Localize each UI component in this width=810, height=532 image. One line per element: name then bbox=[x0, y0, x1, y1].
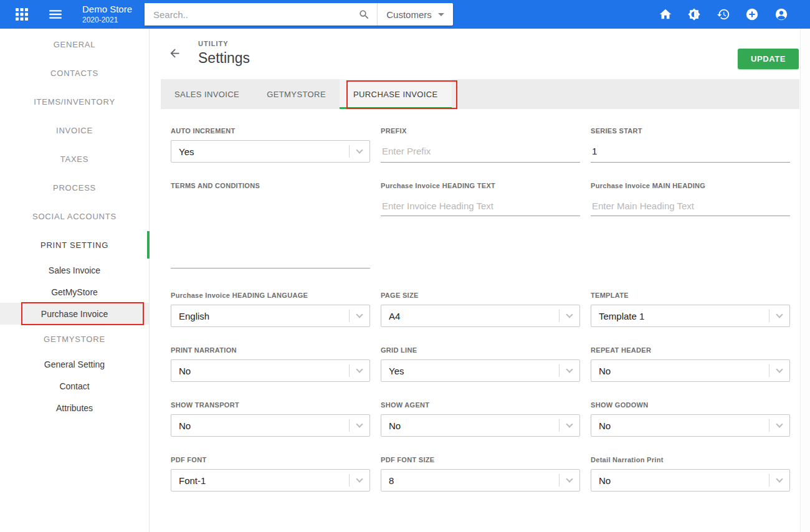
tab-getmystore[interactable]: GETMYSTORE bbox=[253, 79, 340, 109]
sidebar-item-getmystore[interactable]: GetMyStore bbox=[0, 281, 149, 303]
show-agent-select[interactable]: No bbox=[381, 414, 580, 437]
sidebar-item-attributes[interactable]: Attributes bbox=[0, 397, 149, 419]
sidebar-item-invoice[interactable]: INVOICE bbox=[0, 116, 149, 145]
top-app-bar: Demo Store 2020-2021 Customers bbox=[0, 0, 810, 29]
settings-tabbar: SALES INVOICE GETMYSTORE PURCHASE INVOIC… bbox=[161, 79, 799, 109]
home-icon[interactable] bbox=[659, 7, 672, 21]
field-label: PREFIX bbox=[381, 127, 580, 135]
add-circle-icon[interactable] bbox=[745, 7, 759, 21]
tab-label: GETMYSTORE bbox=[267, 90, 326, 99]
repeat-header-select[interactable]: No bbox=[591, 359, 790, 382]
search-icon[interactable] bbox=[351, 3, 377, 26]
chevron-down-icon bbox=[769, 415, 789, 436]
chevron-down-icon bbox=[349, 305, 369, 326]
store-period: 2020-2021 bbox=[82, 16, 132, 26]
scrollbar-gutter[interactable] bbox=[800, 29, 810, 532]
active-section-indicator bbox=[147, 231, 150, 259]
field-pdf-font-size: PDF FONT SIZE 8 bbox=[381, 456, 580, 492]
select-value: A4 bbox=[381, 311, 559, 321]
sidebar-item-social-accounts[interactable]: SOCIAL ACCOUNTS bbox=[0, 202, 149, 230]
store-name: Demo Store bbox=[82, 3, 132, 16]
field-label: Purchase Invoice MAIN HEADING bbox=[591, 182, 790, 190]
select-value: Yes bbox=[381, 366, 559, 376]
sidebar-item-taxes[interactable]: TAXES bbox=[0, 145, 149, 173]
sidebar-item-print-setting[interactable]: PRINT SETTING bbox=[0, 230, 149, 259]
field-label: SERIES START bbox=[591, 127, 790, 135]
customers-dropdown[interactable]: Customers bbox=[377, 3, 453, 26]
menu-hamburger-icon[interactable] bbox=[49, 7, 62, 21]
sidebar-item-contact[interactable]: Contact bbox=[0, 375, 149, 397]
tab-sales-invoice[interactable]: SALES INVOICE bbox=[161, 79, 253, 109]
caret-down-icon bbox=[438, 13, 444, 16]
customers-dropdown-value: Customers bbox=[386, 9, 432, 20]
form-row: PDF FONT Font-1 PDF FONT SIZE 8 Detail N… bbox=[171, 456, 790, 492]
chevron-down-icon bbox=[769, 305, 789, 326]
field-label: Detail Narration Print bbox=[591, 456, 790, 464]
theme-brightness-icon[interactable] bbox=[687, 7, 701, 21]
field-repeat-header: REPEAT HEADER No bbox=[591, 346, 790, 382]
field-label: PDF FONT bbox=[171, 456, 370, 464]
field-page-size: PAGE SIZE A4 bbox=[381, 292, 580, 327]
main-heading-input[interactable] bbox=[591, 196, 790, 216]
prefix-input[interactable] bbox=[381, 140, 580, 163]
field-label: PRINT NARRATION bbox=[171, 346, 370, 354]
sidebar-item-sales-invoice[interactable]: Sales Invoice bbox=[0, 259, 149, 281]
auto-increment-select[interactable]: Yes bbox=[171, 140, 370, 163]
template-select[interactable]: Template 1 bbox=[591, 305, 790, 327]
sidebar-item-items-inventory[interactable]: ITEMS/INVENTORY bbox=[0, 87, 149, 116]
chevron-down-icon bbox=[769, 470, 789, 491]
sidebar-item-general-setting[interactable]: General Setting bbox=[0, 353, 149, 375]
active-tab-underline bbox=[340, 107, 452, 109]
invoice-heading-text-input[interactable] bbox=[381, 196, 580, 216]
detail-narration-print-select[interactable]: No bbox=[591, 469, 790, 492]
grid-line-select[interactable]: Yes bbox=[381, 359, 580, 382]
chevron-down-icon bbox=[559, 415, 579, 436]
field-label: GRID LINE bbox=[381, 346, 580, 354]
field-label: PDF FONT SIZE bbox=[381, 456, 580, 464]
search-input[interactable] bbox=[145, 3, 351, 26]
apps-grid-icon[interactable] bbox=[15, 7, 29, 21]
back-arrow-icon[interactable] bbox=[168, 47, 182, 60]
field-label: TERMS AND CONDITIONS bbox=[171, 182, 370, 190]
series-start-input[interactable] bbox=[591, 140, 790, 163]
account-circle-icon[interactable] bbox=[774, 7, 788, 21]
tab-label: PURCHASE INVOICE bbox=[353, 90, 438, 99]
select-value: No bbox=[381, 420, 559, 431]
sidebar-section-getmystore[interactable]: GETMYSTORE bbox=[0, 325, 149, 353]
pdf-font-size-select[interactable]: 8 bbox=[381, 469, 580, 492]
sidebar-item-process[interactable]: PROCESS bbox=[0, 173, 149, 202]
sidebar-item-general[interactable]: GENERAL bbox=[0, 30, 149, 59]
field-detail-narration-print: Detail Narration Print No bbox=[591, 456, 790, 492]
update-button[interactable]: UPDATE bbox=[738, 49, 799, 69]
field-label: SHOW GODOWN bbox=[591, 401, 790, 409]
select-value: No bbox=[591, 475, 769, 486]
select-value: Yes bbox=[171, 146, 349, 157]
field-terms-and-conditions: TERMS AND CONDITIONS bbox=[171, 182, 370, 271]
field-label: Purchase Invoice HEADING TEXT bbox=[381, 182, 580, 190]
field-prefix: PREFIX bbox=[381, 127, 580, 163]
store-brand[interactable]: Demo Store 2020-2021 bbox=[82, 3, 132, 25]
heading-language-select[interactable]: English bbox=[171, 305, 370, 327]
chevron-down-icon bbox=[559, 305, 579, 326]
form-row: AUTO INCREMENT Yes PREFIX SERIES START bbox=[171, 127, 790, 163]
pdf-font-select[interactable]: Font-1 bbox=[171, 469, 370, 492]
print-narration-select[interactable]: No bbox=[171, 359, 370, 382]
chevron-down-icon bbox=[349, 415, 369, 436]
sidebar-item-contacts[interactable]: CONTACTS bbox=[0, 59, 149, 87]
field-label: REPEAT HEADER bbox=[591, 346, 790, 354]
show-godown-select[interactable]: No bbox=[591, 414, 790, 437]
global-search-bar: Customers bbox=[145, 3, 453, 26]
field-label: PAGE SIZE bbox=[381, 292, 580, 300]
show-transport-select[interactable]: No bbox=[171, 414, 370, 437]
field-template: TEMPLATE Template 1 bbox=[591, 292, 790, 327]
terms-and-conditions-textarea[interactable] bbox=[171, 195, 370, 268]
sidebar-item-purchase-invoice[interactable]: Purchase Invoice bbox=[0, 303, 149, 325]
page-size-select[interactable]: A4 bbox=[381, 305, 580, 327]
select-value: No bbox=[171, 420, 349, 431]
sidebar-item-label: PRINT SETTING bbox=[40, 240, 108, 250]
field-label: Purchase Invoice HEADING LANGUAGE bbox=[171, 292, 370, 300]
history-icon[interactable] bbox=[717, 7, 730, 21]
select-value: No bbox=[591, 366, 769, 376]
tab-purchase-invoice[interactable]: PURCHASE INVOICE bbox=[340, 79, 452, 109]
chevron-down-icon bbox=[559, 360, 579, 381]
